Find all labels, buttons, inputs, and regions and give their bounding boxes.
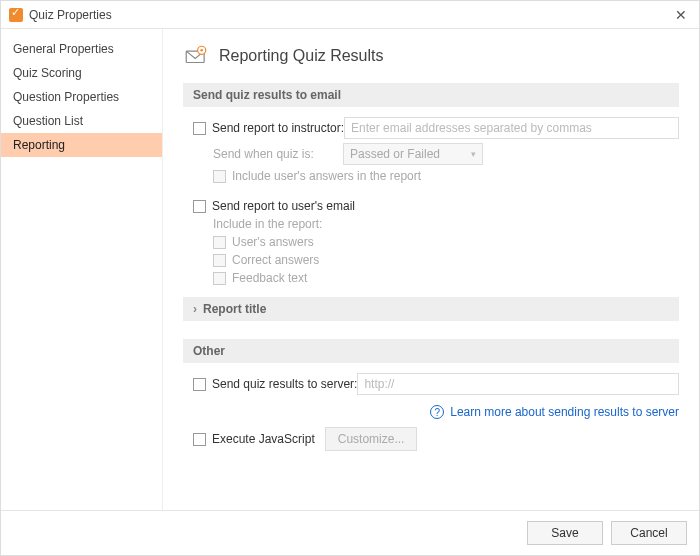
lbl-send-to-user: Send report to user's email: [212, 199, 355, 213]
section-other-header: Other: [183, 339, 679, 363]
sidebar: General Properties Quiz Scoring Question…: [1, 29, 163, 510]
learn-more-link[interactable]: Learn more about sending results to serv…: [450, 405, 679, 419]
row-include-header: Include in the report:: [183, 217, 679, 231]
lbl-user-answers: User's answers: [232, 235, 314, 249]
chk-send-to-user[interactable]: [193, 200, 206, 213]
sidebar-item-label: General Properties: [13, 42, 114, 56]
lbl-send-to-server: Send quiz results to server:: [212, 377, 357, 391]
row-execute-js: Execute JavaScript Customize...: [183, 427, 679, 451]
footer: Save Cancel: [1, 510, 699, 555]
chk-correct-answers[interactable]: [213, 254, 226, 267]
customize-button[interactable]: Customize...: [325, 427, 418, 451]
lbl-execute-js: Execute JavaScript: [212, 432, 315, 446]
page-header: Reporting Quiz Results: [183, 43, 679, 69]
chk-send-to-server[interactable]: [193, 378, 206, 391]
chk-include-answers[interactable]: [213, 170, 226, 183]
app-icon: [9, 8, 23, 22]
sidebar-item-question-props[interactable]: Question Properties: [1, 85, 162, 109]
lbl-correct-answers: Correct answers: [232, 253, 319, 267]
info-icon: ?: [430, 405, 444, 419]
row-opt-feedback: Feedback text: [183, 271, 679, 285]
sidebar-item-label: Quiz Scoring: [13, 66, 82, 80]
instructor-email-input[interactable]: [344, 117, 679, 139]
cancel-button[interactable]: Cancel: [611, 521, 687, 545]
chevron-down-icon: ▾: [471, 149, 476, 159]
titlebar: Quiz Properties ✕: [1, 1, 699, 29]
row-send-when: Send when quiz is: Passed or Failed ▾: [183, 143, 679, 165]
section-report-title[interactable]: Report title: [183, 297, 679, 321]
sidebar-item-label: Reporting: [13, 138, 65, 152]
sidebar-item-reporting[interactable]: Reporting: [1, 133, 162, 157]
row-learn-more: ? Learn more about sending results to se…: [183, 399, 679, 423]
main-panel: Reporting Quiz Results Send quiz results…: [163, 29, 699, 510]
row-opt-user-answers: User's answers: [183, 235, 679, 249]
svg-point-2: [200, 49, 203, 52]
lbl-include-answers: Include user's answers in the report: [232, 169, 421, 183]
row-opt-correct-answers: Correct answers: [183, 253, 679, 267]
window-title: Quiz Properties: [29, 8, 671, 22]
chk-send-to-instructor[interactable]: [193, 122, 206, 135]
sidebar-item-general[interactable]: General Properties: [1, 37, 162, 61]
sidebar-item-scoring[interactable]: Quiz Scoring: [1, 61, 162, 85]
row-send-to-user: Send report to user's email: [183, 199, 679, 213]
lbl-send-when: Send when quiz is:: [213, 147, 314, 161]
envelope-gear-icon: [183, 43, 209, 69]
row-include-answers: Include user's answers in the report: [183, 169, 679, 183]
chk-feedback[interactable]: [213, 272, 226, 285]
chk-user-answers[interactable]: [213, 236, 226, 249]
section-email-header: Send quiz results to email: [183, 83, 679, 107]
server-url-input[interactable]: [357, 373, 679, 395]
dialog-body: General Properties Quiz Scoring Question…: [1, 29, 699, 510]
close-icon[interactable]: ✕: [671, 7, 691, 23]
page-title: Reporting Quiz Results: [219, 47, 384, 65]
sidebar-item-label: Question Properties: [13, 90, 119, 104]
chk-execute-js[interactable]: [193, 433, 206, 446]
lbl-send-to-instructor: Send report to instructor:: [212, 121, 344, 135]
save-button[interactable]: Save: [527, 521, 603, 545]
lbl-feedback: Feedback text: [232, 271, 307, 285]
row-send-to-instructor: Send report to instructor:: [183, 117, 679, 139]
row-send-to-server: Send quiz results to server:: [183, 373, 679, 395]
select-send-when[interactable]: Passed or Failed ▾: [343, 143, 483, 165]
sidebar-item-question-list[interactable]: Question List: [1, 109, 162, 133]
sidebar-item-label: Question List: [13, 114, 83, 128]
lbl-include-header: Include in the report:: [213, 217, 322, 231]
select-send-when-value: Passed or Failed: [350, 147, 440, 161]
